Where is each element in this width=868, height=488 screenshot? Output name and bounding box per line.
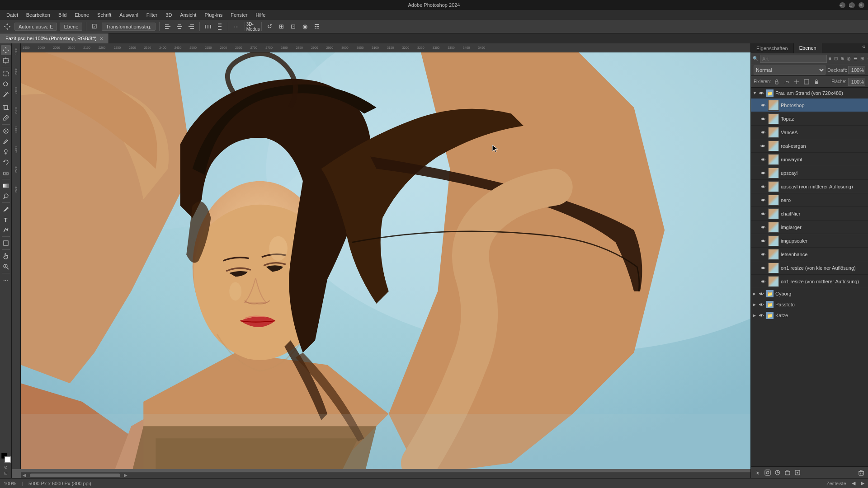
brush-tool-btn[interactable]: [1, 136, 11, 146]
layers-search-input[interactable]: [760, 55, 827, 63]
layer-eye-real-esrgan[interactable]: [760, 143, 766, 149]
layer-item-real-esrgan[interactable]: real-esrgan: [751, 139, 868, 153]
menu-filter[interactable]: Filter: [143, 11, 161, 19]
healing-tool-btn[interactable]: [1, 126, 11, 136]
pen-tool-btn[interactable]: [1, 204, 11, 214]
layer-item-photoshop[interactable]: Photoshop: [751, 99, 868, 112]
light-icon[interactable]: ◉: [301, 22, 310, 31]
flaeche-input[interactable]: [848, 78, 865, 86]
panel-tab-ebenen[interactable]: Ebenen: [794, 43, 822, 53]
path-select-tool-btn[interactable]: [1, 225, 11, 235]
layer-eye-imgupscaler[interactable]: [760, 238, 766, 244]
layer-group-passfoto[interactable]: ▶ 📁 Passfoto: [751, 299, 868, 310]
menu-plugins[interactable]: Plug-ins: [201, 11, 226, 19]
layer-item-on1-mittel[interactable]: on1 resize (von mittlerer Auflösung): [751, 275, 868, 288]
layer-group-katze[interactable]: ▶ 📁 Katze: [751, 310, 868, 321]
lock-image-btn[interactable]: [783, 78, 791, 86]
eraser-tool-btn[interactable]: [1, 168, 11, 178]
more-tools-btn[interactable]: ···: [1, 275, 11, 285]
close-button[interactable]: ✕: [859, 2, 864, 8]
layer-eye-vancea[interactable]: [760, 129, 766, 136]
rect-select-tool-btn[interactable]: [1, 69, 11, 79]
layer-group-frau-am-strand[interactable]: ▼ 📁 Frau am Strand (von 720x480): [751, 88, 868, 99]
menu-fenster[interactable]: Fenster: [227, 11, 251, 19]
menu-ansicht[interactable]: Ansicht: [176, 11, 200, 19]
menu-auswahl[interactable]: Auswahl: [116, 11, 142, 19]
magic-wand-tool-btn[interactable]: [1, 89, 11, 99]
lasso-tool-btn[interactable]: [1, 79, 11, 89]
gradient-tool-btn[interactable]: [1, 181, 11, 191]
layer-item-on1-klein[interactable]: on1 resize (von kleiner Auflösung): [751, 261, 868, 275]
group-arrow-cyborg[interactable]: ▶: [753, 291, 757, 296]
quick-mask-btn[interactable]: ⊙: [4, 465, 8, 469]
move-tool-icon[interactable]: [3, 22, 12, 31]
align-right-icon[interactable]: [187, 22, 196, 31]
hscroll-left-btn[interactable]: ◀: [21, 473, 28, 478]
layer-blend-mode-select[interactable]: Normal Abdunkeln Multiplizieren Aufhelle…: [754, 66, 826, 75]
layer-eye-letsenhance[interactable]: [760, 251, 766, 258]
group-arrow-katze[interactable]: ▶: [753, 313, 757, 318]
shape-tool-btn[interactable]: [1, 238, 11, 248]
panel-tab-eigenschaften[interactable]: Eigenschaften: [751, 43, 794, 53]
layer-eye-imglarger[interactable]: [760, 224, 766, 230]
panel-collapse-btn[interactable]: «: [859, 43, 868, 53]
transformationsstrg-btn[interactable]: Transformationsstrg.: [102, 23, 155, 31]
eyedropper-tool-btn[interactable]: [1, 113, 11, 123]
camera-icon[interactable]: ⊡: [289, 22, 298, 31]
hand-tool-btn[interactable]: [1, 251, 11, 261]
layer-eye-chaifnier[interactable]: [760, 211, 766, 217]
dodge-tool-btn[interactable]: [1, 191, 11, 201]
zoom-tool-btn[interactable]: [1, 262, 11, 272]
filter-mode-btn[interactable]: ◎: [847, 56, 851, 61]
menu-ebene[interactable]: Ebene: [71, 11, 93, 19]
layer-eye-upscayl[interactable]: [760, 170, 766, 176]
layer-item-letsenhance[interactable]: letsenhance: [751, 248, 868, 261]
layer-item-chaifnier[interactable]: chaifNier: [751, 207, 868, 221]
layer-item-runwayml[interactable]: runwayml: [751, 153, 868, 166]
filter-attr-btn[interactable]: ☰: [854, 56, 858, 61]
add-mask-btn[interactable]: [764, 469, 772, 477]
menu-bild[interactable]: Bild: [55, 11, 70, 19]
lock-all-btn[interactable]: [812, 78, 821, 86]
menu-bearbeiten[interactable]: Bearbeiten: [23, 11, 54, 19]
filter-effects-btn[interactable]: ⊕: [840, 56, 844, 61]
opacity-input[interactable]: [848, 66, 865, 74]
minimize-button[interactable]: –: [840, 2, 845, 8]
background-color[interactable]: [5, 456, 11, 463]
group-arrow-passfoto[interactable]: ▶: [753, 302, 757, 307]
tab-fazit[interactable]: Fazit.psd bei 100% (Photoshop, RGB/8#) ✕: [0, 33, 109, 43]
fg-bg-color-box[interactable]: [1, 453, 11, 463]
clone-tool-btn[interactable]: [1, 147, 11, 157]
layer-eye-nero[interactable]: [760, 197, 766, 203]
layer-item-imgupscaler[interactable]: imgupscaler: [751, 234, 868, 248]
timeline-label[interactable]: Zeitleiste: [826, 481, 846, 486]
filter-type-btn[interactable]: ⊡: [834, 56, 838, 61]
menu-datei[interactable]: Datei: [3, 11, 22, 19]
create-layer-btn[interactable]: [793, 469, 802, 477]
checkbox-icon[interactable]: ☑: [90, 22, 99, 31]
lock-position-btn[interactable]: [793, 78, 801, 86]
maximize-button[interactable]: □: [849, 2, 855, 8]
distribute-v-icon[interactable]: [215, 22, 224, 31]
layer-eye-on1-mittel[interactable]: [760, 278, 766, 285]
layer-eye-cyborg[interactable]: [758, 291, 764, 297]
move-tool-btn[interactable]: [1, 45, 11, 55]
hscrollbar[interactable]: ◀ ▶: [21, 472, 750, 478]
group-arrow-frau[interactable]: ▼: [753, 91, 757, 95]
layer-item-vancea[interactable]: VanceA: [751, 126, 868, 139]
3d-mode-icon[interactable]: 3D-Modus: [249, 22, 258, 31]
filter-kind-btn[interactable]: ≡: [829, 56, 831, 61]
distribute-h-icon[interactable]: [203, 22, 212, 31]
more-options-icon[interactable]: ···: [232, 22, 241, 31]
layer-item-nero[interactable]: nero: [751, 193, 868, 207]
grid-icon[interactable]: ⊞: [277, 22, 286, 31]
menu-hilfe[interactable]: Hilfe: [252, 11, 269, 19]
screen-mode-btn[interactable]: ⊡: [4, 471, 8, 475]
delete-layer-btn[interactable]: [857, 469, 865, 477]
layer-item-upscayl-mittel[interactable]: upscayl (von mittlerer Auflösung): [751, 180, 868, 193]
lock-artboard-btn[interactable]: [802, 78, 811, 86]
align-center-icon[interactable]: [175, 22, 184, 31]
menu-3d[interactable]: 3D: [162, 11, 175, 19]
filter-smartobj-btn[interactable]: ⊞: [860, 56, 864, 61]
crop-tool-btn[interactable]: [1, 103, 11, 113]
